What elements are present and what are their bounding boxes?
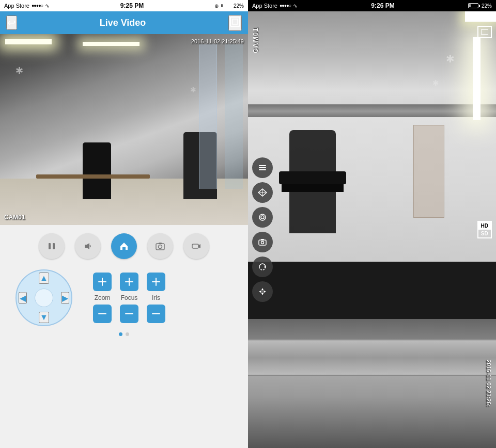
svg-rect-18 [152, 313, 160, 314]
signal-icon-left: ●●●●○ [32, 3, 43, 8]
svg-rect-1 [233, 19, 238, 24]
nav-bar: ↩ Live Video [0, 11, 248, 34]
focus-label: Focus [121, 294, 138, 301]
left-panel: App Store ●●●●○ ∿ 9:25 PM ⊕ 22% ↩ Live V… [0, 0, 248, 448]
rotate-side-button[interactable] [252, 257, 273, 277]
camera-label-left: CAM01 [4, 214, 25, 221]
time-left: 9:25 PM [120, 2, 144, 9]
star-deco-2: ✱ [190, 86, 196, 94]
metal-surface-right [248, 340, 496, 376]
dpad-center [35, 289, 53, 307]
office-chair-2 [83, 142, 111, 199]
svg-point-29 [261, 242, 264, 244]
wifi-icon-left: ∿ [45, 3, 50, 9]
audio-button[interactable] [75, 233, 101, 259]
dpad-up-button[interactable]: ▲ [39, 273, 49, 284]
svg-rect-17 [156, 278, 157, 286]
hd-sd-badge[interactable]: HD SD [477, 221, 492, 238]
expand-right-button[interactable] [477, 26, 492, 38]
timestamp-right: 2016-11-02 21:26: [486, 360, 492, 407]
iris-label: Iris [152, 294, 160, 301]
back-button[interactable]: ↩ [6, 15, 17, 30]
snapshot-button[interactable] [147, 233, 173, 259]
page-dots [119, 332, 129, 336]
right-star-1: ✱ [446, 53, 455, 65]
dpad-side-button[interactable] [252, 281, 273, 302]
home-button[interactable] [111, 233, 137, 259]
right-star-2: ✱ [432, 78, 439, 88]
svg-rect-14 [129, 278, 130, 286]
fisheye-bg: ✱ ✱ [248, 11, 496, 448]
app-store-label-right: App Store [252, 3, 277, 9]
battery-left [220, 3, 232, 8]
svg-rect-12 [98, 313, 106, 314]
zoom-col: Zoom [93, 273, 112, 323]
office-light-1 [5, 39, 52, 44]
svg-rect-2 [49, 243, 51, 249]
right-camera-view: ✱ ✱ CAM01 [248, 11, 496, 448]
svg-marker-4 [85, 243, 89, 249]
svg-rect-11 [102, 278, 103, 286]
pause-button[interactable] [39, 233, 65, 259]
focus-plus-button[interactable] [120, 273, 138, 291]
zfi-controls: Zoom Focus [93, 273, 165, 323]
right-chair-seat [279, 171, 346, 184]
dpad-left-button[interactable]: ◀ [19, 292, 27, 304]
hd-label: HD [478, 222, 491, 230]
app-store-label-left: App Store [4, 3, 29, 9]
svg-point-6 [159, 245, 162, 249]
right-light-bar [473, 37, 481, 120]
svg-rect-35 [261, 290, 264, 293]
camera-timestamp-left: 2016-11-02 21:25:49 [191, 38, 244, 44]
menu-side-button[interactable] [252, 157, 273, 178]
control-buttons-row [39, 233, 209, 259]
right-light-top [465, 11, 496, 22]
iris-minus-button[interactable] [147, 305, 165, 323]
svg-marker-34 [264, 291, 266, 293]
snapshot-side-button[interactable] [252, 232, 273, 252]
bottom-controls: ▲ ▼ ◀ ▶ Zoom [0, 269, 248, 326]
page-dot-2 [126, 332, 129, 336]
dpad: ▲ ▼ ◀ ▶ [16, 269, 72, 326]
glass-1 [199, 44, 217, 189]
status-bar-left-icons: App Store ●●●●○ ∿ [4, 3, 50, 9]
view-mode-button[interactable] [252, 182, 273, 203]
record-button[interactable] [183, 233, 209, 259]
dpad-right-button[interactable]: ▶ [61, 292, 69, 304]
iris-plus-button[interactable] [147, 273, 165, 291]
controls-area: ▲ ▼ ◀ ▶ Zoom [0, 225, 248, 448]
svg-rect-28 [261, 239, 264, 241]
expand-button[interactable] [228, 15, 242, 31]
battery-percent-right: 22% [482, 3, 492, 9]
floor-region [248, 319, 496, 448]
svg-rect-15 [125, 313, 133, 314]
star-deco-1: ✱ [16, 65, 23, 76]
battery-right [468, 3, 480, 8]
office-light-2 [83, 42, 140, 46]
status-bar-right-icons: App Store ●●●●○ ∿ [252, 3, 298, 9]
focus-minus-button[interactable] [120, 305, 138, 323]
svg-rect-8 [192, 244, 198, 248]
signal-icon-right: ●●●●○ [280, 3, 291, 8]
camera-feed-left: ✱ ✱ CAM01 2016-11-02 21:25:49 [0, 34, 248, 225]
svg-point-25 [259, 214, 266, 220]
dpad-down-button[interactable]: ▼ [39, 312, 49, 323]
location-icon-left: ⊕ [214, 3, 219, 9]
right-panel: App Store ●●●●○ ∿ 9:26 PM 22% [248, 0, 496, 448]
svg-rect-19 [259, 165, 266, 166]
zoom-minus-button[interactable] [93, 305, 112, 323]
nav-title: Live Video [100, 18, 146, 28]
right-chair-base [282, 184, 344, 192]
svg-rect-27 [259, 240, 266, 245]
time-right: 9:26 PM [371, 2, 394, 9]
svg-marker-32 [261, 293, 264, 295]
zoom-plus-button[interactable] [93, 273, 112, 291]
page-dot-1 [119, 332, 122, 336]
svg-point-26 [261, 216, 264, 219]
office-desk [36, 174, 150, 179]
svg-marker-33 [259, 291, 261, 293]
side-controls [252, 157, 273, 302]
svg-marker-31 [261, 288, 264, 290]
zoom-label: Zoom [95, 294, 111, 301]
record-side-button[interactable] [252, 207, 273, 228]
